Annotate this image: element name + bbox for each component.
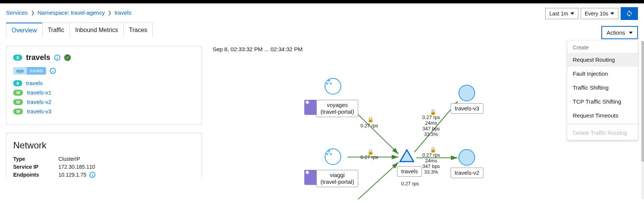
graph-node-travels-v2-label: travels-v2 bbox=[451, 168, 483, 178]
graph-node-travels-v3[interactable] bbox=[458, 85, 475, 101]
edge-label-voyages: 0.27 rps bbox=[360, 123, 378, 129]
topology-icon bbox=[325, 149, 333, 157]
lock-icon: 🔒 bbox=[430, 109, 436, 115]
duration-label: Last 1m bbox=[549, 11, 568, 17]
info-icon[interactable]: i bbox=[50, 68, 56, 74]
lock-icon: 🔒 bbox=[367, 149, 374, 155]
scrollbar-thumb[interactable] bbox=[641, 41, 644, 162]
topology-icon bbox=[325, 79, 333, 86]
workload-badge: W bbox=[13, 108, 23, 114]
service-title: travels bbox=[26, 53, 51, 62]
menu-item-request-routing[interactable]: Request Routing bbox=[567, 53, 638, 67]
tab-overview[interactable]: Overview bbox=[6, 23, 43, 38]
app-link[interactable]: travels bbox=[26, 80, 43, 86]
svg-point-6 bbox=[327, 83, 328, 84]
network-val-serviceip: 172.30.185.110 bbox=[58, 164, 95, 170]
tab-traffic[interactable]: Traffic bbox=[42, 23, 70, 38]
breadcrumb-namespace[interactable]: Namespace: travel-agency bbox=[38, 9, 105, 16]
chevron-right-icon: ❯ bbox=[108, 10, 112, 15]
graph-node-travels-service[interactable] bbox=[399, 149, 415, 165]
info-icon[interactable]: i bbox=[54, 55, 60, 61]
menu-item-request-timeouts[interactable]: Request Timeouts bbox=[567, 108, 638, 122]
sidecar-icon bbox=[304, 100, 316, 115]
info-icon[interactable]: i bbox=[89, 172, 95, 178]
edge-label-v2: 0.27 rps 24ms 347 bps 33.3% bbox=[422, 153, 440, 175]
network-key-type: Type bbox=[13, 156, 58, 162]
tabs: Overview Traffic Inbound Metrics Traces bbox=[6, 23, 638, 38]
edge-label-viaggi: 0.27 rps bbox=[360, 155, 378, 160]
actions-label: Actions bbox=[607, 29, 625, 36]
caret-down-icon bbox=[610, 12, 614, 15]
workload-link-v3[interactable]: travels-v3 bbox=[27, 108, 51, 114]
network-card: Network Type ClusterIP Service IP 172.30… bbox=[6, 133, 202, 178]
breadcrumb-services[interactable]: Services bbox=[6, 9, 28, 16]
health-ok-icon bbox=[64, 54, 71, 61]
graph-node-source-viaggi[interactable] bbox=[325, 148, 341, 165]
refresh-interval-label: Every 10s bbox=[585, 11, 608, 17]
refresh-interval-dropdown[interactable]: Every 10s bbox=[581, 8, 618, 19]
tab-inbound-metrics[interactable]: Inbound Metrics bbox=[69, 23, 124, 38]
edge-label-v3: 0.27 rps 24ms 347 bps 33.3% bbox=[422, 115, 440, 137]
sync-icon bbox=[626, 10, 633, 17]
graph-node-source-voyages[interactable] bbox=[325, 78, 341, 95]
workload-badge: W bbox=[13, 99, 23, 105]
label-chip[interactable]: app travels bbox=[13, 67, 46, 75]
graph-node-travels-v3-label: travels-v3 bbox=[451, 103, 483, 114]
duration-dropdown[interactable]: Last 1m bbox=[545, 8, 578, 19]
network-val-type: ClusterIP bbox=[58, 156, 80, 162]
menu-item-fault-injection[interactable]: Fault Injection bbox=[567, 67, 638, 81]
sidecar-icon bbox=[304, 170, 316, 185]
svg-marker-11 bbox=[400, 150, 414, 162]
refresh-button[interactable] bbox=[621, 7, 638, 20]
svg-point-9 bbox=[327, 153, 328, 155]
caret-down-icon bbox=[629, 32, 633, 34]
svg-point-7 bbox=[330, 83, 332, 84]
caret-down-icon bbox=[570, 12, 574, 15]
breadcrumb: Services ❯ Namespace: travel-agency ❯ tr… bbox=[6, 7, 638, 21]
menu-item-traffic-shifting[interactable]: Traffic Shifting bbox=[567, 81, 638, 95]
network-key-endpoints: Endpoints bbox=[13, 172, 58, 178]
menu-item-tcp-traffic-shifting[interactable]: TCP Traffic Shifting bbox=[567, 95, 638, 108]
scrollbar[interactable] bbox=[641, 41, 644, 199]
actions-menu-section: Create bbox=[567, 41, 638, 53]
edge-label-bottom: 0.27 rps bbox=[401, 181, 419, 187]
tab-traces[interactable]: Traces bbox=[123, 23, 153, 38]
graph-node-travels-label: travels bbox=[397, 166, 422, 177]
service-card: S travels i app travels i A travels bbox=[6, 46, 202, 125]
chevron-right-icon: ❯ bbox=[31, 10, 35, 15]
graph-node-viaggi[interactable]: viaggi (travel-portal) bbox=[316, 170, 358, 187]
lock-icon: 🔒 bbox=[367, 116, 374, 122]
menu-divider bbox=[567, 124, 638, 124]
svg-point-8 bbox=[328, 150, 330, 152]
graph-node-voyages[interactable]: voyages (travel-portal) bbox=[316, 100, 358, 117]
actions-menu: Create Request Routing Fault Injection T… bbox=[567, 40, 638, 140]
app-badge: A bbox=[13, 80, 22, 86]
network-title: Network bbox=[13, 140, 195, 151]
svg-point-10 bbox=[330, 153, 332, 155]
graph-node-travels-v2[interactable] bbox=[458, 149, 475, 166]
workload-link-v1[interactable]: travels-v1 bbox=[27, 89, 51, 96]
network-key-serviceip: Service IP bbox=[13, 164, 58, 170]
svg-point-5 bbox=[328, 80, 330, 81]
menu-item-delete-traffic-routing: Delete Traffic Routing bbox=[567, 126, 638, 140]
network-val-endpoints: 10.129.1.75 i bbox=[58, 172, 95, 178]
breadcrumb-current[interactable]: travels bbox=[115, 9, 131, 16]
label-val: travels bbox=[27, 67, 46, 75]
service-badge: S bbox=[13, 55, 22, 61]
label-key: app bbox=[13, 67, 27, 75]
workload-link-v2[interactable]: travels-v2 bbox=[27, 99, 51, 105]
lock-icon: 🔒 bbox=[430, 147, 436, 153]
workload-badge: W bbox=[13, 90, 23, 96]
actions-button[interactable]: Actions bbox=[601, 26, 638, 39]
svg-line-2 bbox=[354, 162, 399, 199]
